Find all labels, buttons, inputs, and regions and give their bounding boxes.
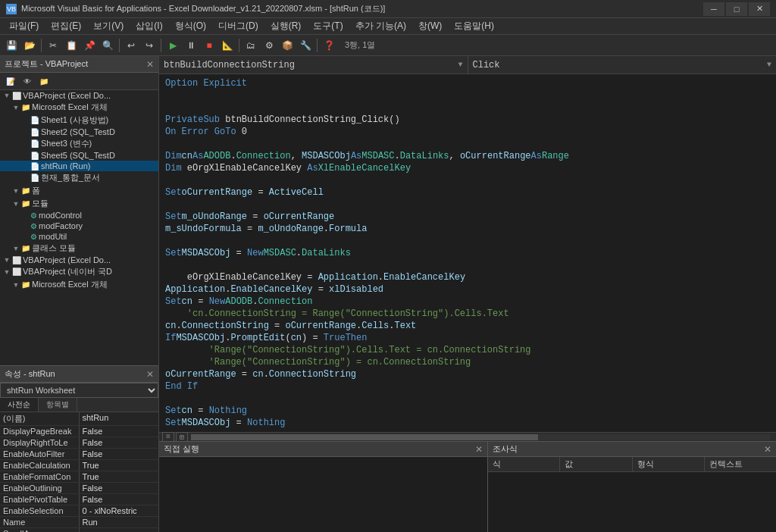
prop-tab-categorized[interactable]: 항목별 xyxy=(39,398,77,412)
tree-item-vbaproject1[interactable]: ▼ ⬜ VBAProject (Excel Do... xyxy=(0,90,158,101)
menu-format[interactable]: 형식(O) xyxy=(169,18,212,34)
event-dropdown-arrow: ▼ xyxy=(767,61,771,69)
code-view-btn2[interactable]: ⊞ xyxy=(176,432,188,442)
menu-run[interactable]: 실행(R) xyxy=(264,18,308,34)
prop-row[interactable]: EnableSelection0 - xlNoRestric xyxy=(0,505,158,517)
tree-item-workbook[interactable]: 📄 현재_통합_문서 xyxy=(0,171,158,184)
window-controls[interactable]: ─ □ ✕ xyxy=(703,2,770,16)
prop-row[interactable]: EnableOutliningFalse xyxy=(0,483,158,494)
project-panel-close[interactable]: ✕ xyxy=(146,59,154,70)
tree-item-modutil[interactable]: ⚙ modUtil xyxy=(0,231,158,242)
tree-item-sheet5[interactable]: 📄 Sheet5 (SQL_TestD xyxy=(0,150,158,161)
toolbar-run[interactable]: ▶ xyxy=(164,37,181,54)
toolbar-save[interactable]: 💾 xyxy=(3,37,20,54)
toolbar-undo[interactable]: ↩ xyxy=(123,37,139,54)
tree-item-vbaproject3[interactable]: ▼ ⬜ VBAProject (네이버 국D xyxy=(0,265,158,278)
project-tree[interactable]: ▼ ⬜ VBAProject (Excel Do... ▼ 📁 Microsof… xyxy=(0,90,158,365)
toolbar-file[interactable]: 📂 xyxy=(21,37,38,54)
project-toggle-folders[interactable]: 📁 xyxy=(36,74,52,88)
toolbar-propwin[interactable]: ⚙ xyxy=(261,37,277,54)
prop-row[interactable]: EnableCalculationTrue xyxy=(0,460,158,471)
code-editor[interactable]: Option Explicit Private Sub btnBuildConn… xyxy=(159,74,776,432)
menu-addins[interactable]: 추가 기능(A) xyxy=(349,18,412,34)
code-line: Application.EnableCancelKey = xlDisabled xyxy=(159,283,776,296)
menu-window[interactable]: 창(W) xyxy=(412,18,448,34)
watch-panel-close[interactable]: ✕ xyxy=(764,444,771,455)
prop-row[interactable]: DisplayRightToLeFalse xyxy=(0,437,158,449)
menu-bar: 파일(F) 편집(E) 보기(V) 삽입(I) 형식(O) 디버그(D) 실행(… xyxy=(0,18,776,35)
code-line: eOrgXlEnableCancelKey = Application.Enab… xyxy=(159,271,776,283)
code-view-btn1[interactable]: ≡ xyxy=(162,432,174,442)
toolbar-paste[interactable]: 📌 xyxy=(81,37,98,54)
object-dropdown[interactable]: btnBuildConnectionString ▼ xyxy=(159,56,468,74)
toolbar-pause[interactable]: ⏸ xyxy=(183,37,199,54)
tree-item-modfactory[interactable]: ⚙ modFactory xyxy=(0,221,158,231)
toolbar-stop[interactable]: ■ xyxy=(201,37,217,54)
tree-item-modcontrol[interactable]: ⚙ modControl xyxy=(0,210,158,221)
tree-item-sheet2[interactable]: 📄 Sheet2 (SQL_TestD xyxy=(0,127,158,137)
toolbar: 💾 📂 ✂ 📋 📌 🔍 ↩ ↪ ▶ ⏸ ■ 📐 🗂 ⚙ 📦 🔧 ❓ 3행, 1열 xyxy=(0,35,776,56)
tree-item-shtrun[interactable]: 📄 shtRun (Run) xyxy=(0,161,158,171)
properties-object-select[interactable]: shtRun Worksheet xyxy=(0,383,158,398)
tree-item-forms[interactable]: ▼ 📁 폼 xyxy=(0,184,158,197)
toolbar-copy[interactable]: 📋 xyxy=(63,37,80,54)
immediate-panel-content[interactable] xyxy=(159,457,487,532)
toolbar-find[interactable]: 🔍 xyxy=(99,37,116,54)
code-line: Set cn = New ADODB.Connection xyxy=(159,296,776,308)
code-hscroll[interactable]: ≡ ⊞ xyxy=(159,432,776,441)
right-panel: btnBuildConnectionString ▼ Click ▼ Optio… xyxy=(159,56,776,532)
toolbar-projectex[interactable]: 🗂 xyxy=(242,37,259,54)
minimize-button[interactable]: ─ xyxy=(703,2,724,16)
close-button[interactable]: ✕ xyxy=(749,2,770,16)
code-line xyxy=(159,235,776,247)
prop-tab-alphabetical[interactable]: 사전순 xyxy=(0,398,39,412)
menu-file[interactable]: 파일(F) xyxy=(3,18,45,34)
project-view-code[interactable]: 📝 xyxy=(3,74,18,88)
tree-item-excel-objects[interactable]: ▼ 📁 Microsoft Excel 개체 xyxy=(0,101,158,114)
prop-row[interactable]: EnableAutoFilterFalse xyxy=(0,449,158,460)
object-dropdown-arrow: ▼ xyxy=(458,61,462,69)
tree-item-sheet3[interactable]: 📄 Sheet3 (변수) xyxy=(0,137,158,150)
properties-panel-close[interactable]: ✕ xyxy=(146,369,154,380)
menu-debug[interactable]: 디버그(D) xyxy=(212,18,264,34)
menu-edit[interactable]: 편집(E) xyxy=(45,18,87,34)
prop-row[interactable]: DisplayPageBreakFalse xyxy=(0,426,158,437)
tree-item-excel-objects2[interactable]: ▼ 📁 Microsoft Excel 개체 xyxy=(0,278,158,291)
hscroll-track[interactable] xyxy=(191,434,770,440)
code-line: oCurrentRange = cn.ConnectionString xyxy=(159,368,776,380)
toolbar-objbr[interactable]: 📦 xyxy=(279,37,296,54)
menu-tools[interactable]: 도구(T) xyxy=(307,18,349,34)
menu-help[interactable]: 도움말(H) xyxy=(448,18,500,34)
prop-row[interactable]: EnablePivotTableFalse xyxy=(0,494,158,505)
watch-table-header: 식 값 형식 컨텍스트 xyxy=(488,457,776,472)
code-line xyxy=(159,174,776,186)
toolbar-design[interactable]: 📐 xyxy=(219,37,236,54)
watch-panel-content[interactable] xyxy=(488,472,776,532)
restore-button[interactable]: □ xyxy=(726,2,747,16)
menu-view[interactable]: 보기(V) xyxy=(87,18,130,34)
tree-item-vbaproject2[interactable]: ▼ ⬜ VBAProject (Excel Do... xyxy=(0,255,158,265)
hscroll-thumb[interactable] xyxy=(191,434,538,440)
prop-name: Name xyxy=(0,517,80,527)
tree-item-classmodules[interactable]: ▼ 📁 클래스 모듈 xyxy=(0,242,158,255)
project-view-object[interactable]: 👁 xyxy=(20,74,35,88)
toolbar-redo[interactable]: ↪ xyxy=(141,37,158,54)
code-line: 'Range("ConnectionString") = cn.Connecti… xyxy=(159,356,776,368)
prop-row[interactable]: EnableFormatConTrue xyxy=(0,471,158,483)
prop-name: EnableCalculation xyxy=(0,460,80,471)
project-panel-title: 프로젝트 - VBAProject xyxy=(5,58,88,70)
immediate-panel-close[interactable]: ✕ xyxy=(475,444,483,455)
toolbar-toolbox[interactable]: 🔧 xyxy=(297,37,314,54)
prop-row[interactable]: ScrollArea xyxy=(0,528,158,532)
tree-item-sheet1[interactable]: 📄 Sheet1 (사용방법) xyxy=(0,114,158,127)
menu-insert[interactable]: 삽입(I) xyxy=(130,18,168,34)
prop-row[interactable]: (이름)shtRun xyxy=(0,412,158,426)
toolbar-help[interactable]: ❓ xyxy=(321,37,337,54)
toolbar-cut[interactable]: ✂ xyxy=(45,37,61,54)
prop-name: EnableSelection xyxy=(0,505,80,516)
prop-value: shtRun xyxy=(80,412,159,425)
event-dropdown[interactable]: Click ▼ xyxy=(468,56,777,74)
prop-row[interactable]: NameRun xyxy=(0,517,158,528)
tree-item-modules[interactable]: ▼ 📁 모듈 xyxy=(0,197,158,210)
code-line: Option Explicit xyxy=(159,77,776,89)
